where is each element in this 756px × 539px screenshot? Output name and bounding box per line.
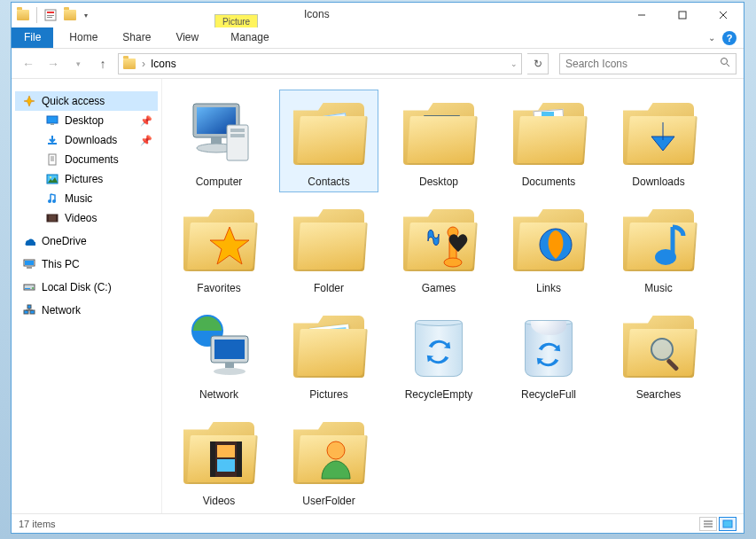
item-downloads[interactable]: Downloads bbox=[609, 90, 708, 192]
svg-rect-54 bbox=[225, 363, 234, 368]
sidebar-label: Pictures bbox=[65, 173, 103, 185]
sidebar-documents[interactable]: Documents bbox=[15, 150, 158, 169]
search-placeholder: Search Icons bbox=[565, 58, 627, 70]
item-links[interactable]: Links bbox=[499, 196, 598, 299]
item-videos[interactable]: Videos bbox=[169, 409, 269, 512]
games-icon bbox=[396, 200, 481, 280]
svg-rect-24 bbox=[56, 215, 58, 222]
item-label: UserFolder bbox=[302, 493, 355, 507]
item-userfolder[interactable]: UserFolder bbox=[279, 409, 378, 512]
sidebar-label: Videos bbox=[65, 212, 97, 224]
svg-point-21 bbox=[52, 199, 56, 203]
svg-rect-27 bbox=[27, 267, 32, 269]
svg-rect-43 bbox=[230, 134, 245, 137]
item-games[interactable]: Games bbox=[389, 196, 488, 299]
pin-icon[interactable]: 📌 bbox=[140, 115, 152, 127]
disk-icon bbox=[22, 280, 36, 294]
item-contacts[interactable]: Contacts bbox=[279, 90, 378, 192]
search-box[interactable]: Search Icons bbox=[559, 53, 737, 74]
status-bar: 17 items bbox=[12, 513, 744, 533]
svg-rect-62 bbox=[217, 459, 235, 472]
item-desktop[interactable]: Desktop bbox=[389, 90, 488, 192]
tab-share[interactable]: Share bbox=[110, 27, 163, 48]
item-recycle-full[interactable]: RecycleFull bbox=[499, 302, 598, 405]
qat-separator bbox=[36, 7, 37, 23]
network-icon bbox=[176, 307, 261, 387]
title-bar[interactable]: ▾ Picture Tools Icons bbox=[12, 3, 744, 27]
svg-rect-11 bbox=[47, 116, 58, 123]
minimize-button[interactable] bbox=[621, 3, 662, 27]
userfolder-icon bbox=[286, 413, 371, 493]
sidebar-localdisk[interactable]: Local Disk (C:) bbox=[15, 277, 158, 297]
sidebar-music[interactable]: Music bbox=[15, 189, 158, 208]
item-documents[interactable]: Documents bbox=[499, 90, 598, 192]
sidebar-pictures[interactable]: Pictures bbox=[15, 169, 158, 189]
tab-home[interactable]: Home bbox=[57, 27, 110, 48]
pin-icon[interactable]: 📌 bbox=[140, 135, 152, 146]
maximize-button[interactable] bbox=[662, 3, 703, 27]
sidebar-network[interactable]: Network bbox=[15, 301, 158, 320]
sidebar-desktop[interactable]: Desktop 📌 bbox=[15, 111, 158, 130]
item-label: Music bbox=[644, 280, 672, 294]
sidebar-downloads[interactable]: Downloads 📌 bbox=[15, 130, 158, 150]
item-computer[interactable]: Computer bbox=[169, 90, 269, 192]
item-label: Desktop bbox=[419, 174, 458, 188]
address-bar[interactable]: › Icons ⌄ bbox=[118, 53, 522, 74]
svg-rect-32 bbox=[30, 310, 35, 314]
item-searches[interactable]: Searches bbox=[609, 302, 708, 405]
navigation-bar: ← → ▾ ↑ › Icons ⌄ ↻ Search Icons bbox=[12, 49, 744, 79]
quick-access-icon bbox=[22, 94, 36, 108]
sidebar-label: OneDrive bbox=[42, 235, 87, 247]
sidebar-quick-access[interactable]: Quick access bbox=[15, 91, 158, 111]
properties-icon[interactable] bbox=[43, 7, 58, 23]
item-network[interactable]: Network bbox=[169, 302, 269, 405]
network-icon bbox=[22, 303, 36, 317]
details-view-button[interactable] bbox=[699, 517, 717, 531]
tab-view[interactable]: View bbox=[163, 27, 211, 48]
item-recycle-empty[interactable]: RecycleEmpty bbox=[389, 302, 488, 405]
recycle-empty-icon bbox=[396, 307, 481, 387]
documents-icon bbox=[45, 152, 59, 167]
svg-rect-53 bbox=[214, 340, 245, 359]
expand-ribbon-icon[interactable]: ⌄ bbox=[708, 33, 715, 43]
svg-point-63 bbox=[327, 441, 345, 459]
svg-rect-5 bbox=[679, 12, 686, 19]
sidebar-videos[interactable]: Videos bbox=[15, 208, 158, 228]
svg-marker-10 bbox=[24, 96, 35, 106]
sidebar-label: Downloads bbox=[65, 134, 117, 146]
qat-dropdown-icon[interactable]: ▾ bbox=[82, 12, 90, 20]
thumbnails-view-button[interactable] bbox=[719, 517, 737, 531]
documents-icon bbox=[506, 94, 591, 174]
videos-icon bbox=[176, 413, 261, 493]
help-icon[interactable]: ? bbox=[722, 31, 737, 45]
new-folder-icon[interactable] bbox=[62, 7, 78, 23]
content-pane[interactable]: Computer bbox=[162, 79, 744, 513]
sidebar-thispc[interactable]: This PC bbox=[15, 254, 158, 274]
sidebar-onedrive[interactable]: OneDrive bbox=[15, 231, 158, 251]
back-button[interactable]: ← bbox=[19, 54, 38, 74]
up-button[interactable]: ↑ bbox=[93, 54, 113, 74]
item-label: Documents bbox=[522, 174, 576, 188]
svg-rect-29 bbox=[25, 288, 30, 289]
recycle-full-icon bbox=[506, 307, 591, 387]
downloads-icon bbox=[616, 94, 701, 174]
breadcrumb-current[interactable]: Icons bbox=[151, 58, 176, 70]
address-dropdown-icon[interactable]: ⌄ bbox=[510, 59, 521, 68]
quick-access-toolbar: ▾ bbox=[12, 7, 90, 23]
refresh-button[interactable]: ↻ bbox=[527, 53, 549, 74]
videos-icon bbox=[45, 211, 59, 225]
breadcrumb-sep: › bbox=[142, 58, 145, 70]
item-music[interactable]: Music bbox=[609, 196, 708, 299]
links-icon bbox=[506, 200, 591, 280]
forward-button[interactable]: → bbox=[43, 54, 63, 74]
item-label: Videos bbox=[203, 493, 235, 507]
item-pictures[interactable]: Pictures bbox=[279, 302, 378, 405]
tab-manage[interactable]: Manage bbox=[218, 27, 281, 48]
tab-file[interactable]: File bbox=[12, 27, 53, 48]
item-favorites[interactable]: Favorites bbox=[169, 196, 269, 299]
close-button[interactable] bbox=[703, 3, 744, 27]
history-dropdown-icon[interactable]: ▾ bbox=[68, 54, 88, 74]
folder-icon[interactable] bbox=[15, 7, 31, 23]
navigation-pane[interactable]: Quick access Desktop 📌 Downloads 📌 Docum… bbox=[12, 79, 162, 513]
item-folder[interactable]: Folder bbox=[279, 196, 378, 299]
